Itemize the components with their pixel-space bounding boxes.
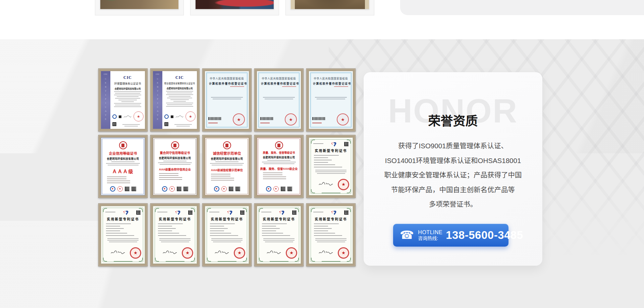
text-line — [166, 94, 194, 95]
field-lines — [313, 155, 348, 167]
text-line — [117, 96, 139, 97]
text-line — [106, 163, 140, 164]
text-line — [315, 97, 346, 98]
text-line — [317, 173, 345, 174]
certificate-utility-patent: 实用新型专利证书 ★ — [202, 203, 252, 266]
corner-flourish — [103, 258, 107, 262]
corner-flourish — [295, 258, 299, 262]
text-line — [158, 235, 186, 236]
cnipa-logo-icon — [330, 142, 337, 147]
text-line — [262, 228, 280, 229]
phone-icon: ☎ — [400, 229, 414, 241]
paragraph-lines — [313, 238, 348, 242]
text-line — [107, 181, 130, 181]
cnipa-logo-icon — [174, 210, 181, 215]
case-photo-card-1[interactable] — [95, 0, 184, 15]
text-line — [166, 106, 194, 107]
text-line — [262, 233, 283, 234]
field-lines — [157, 223, 193, 236]
text-line — [263, 176, 286, 177]
corner-flourish — [347, 258, 351, 262]
text-line — [121, 101, 134, 102]
certification-logo-icon: ★ — [214, 186, 219, 192]
text-line — [163, 161, 186, 161]
hotline-labels: HOTLINE 咨询热线: — [418, 229, 442, 241]
text-line — [211, 174, 230, 174]
red-emblem-icon — [119, 141, 127, 149]
qr-code-icon — [136, 210, 141, 215]
honor-page: CIC CERTIFICATE CIC 环境管理体系认证证书 合肥珂玛环保科技有… — [0, 0, 644, 308]
patent-header — [209, 210, 245, 215]
text-line — [107, 176, 126, 177]
certificate-authority: 中华人民共和国国家版权局 — [209, 76, 245, 80]
certificate-cic: CIC CERTIFICATE CIC 职业健康安全管理体系认证证书 合肥珂玛环… — [150, 68, 200, 132]
certificate-number-line — [313, 143, 323, 144]
hotline-button[interactable]: ☎ HOTLINE 咨询热线: 138-5600-3485 — [393, 224, 508, 247]
patent-header — [157, 210, 193, 215]
text-line — [265, 242, 293, 242]
accreditation-logos — [164, 114, 183, 119]
certificate-body: CIC 环境管理体系认证证书 合肥珂玛环保科技有限公司 — [110, 71, 145, 129]
text-line — [211, 180, 234, 181]
award-grade-text: AAA级重合同守信用企业 — [156, 167, 194, 171]
cnas-logo-icon — [112, 114, 117, 119]
text-line — [158, 226, 172, 226]
bottom-logos: ★ ★ — [154, 186, 196, 192]
band-vertical-label: CERTIFICATE — [104, 78, 107, 122]
case-photo-card-3[interactable] — [285, 0, 374, 15]
paragraph-lines — [105, 238, 141, 242]
certificate-software-copyright: 中华人民共和国国家版权局 计算机软件著作权登记证书 ★ — [202, 68, 252, 132]
text-line — [107, 178, 126, 179]
text-line — [314, 223, 339, 224]
certificate-title: 环境管理体系认证证书 — [112, 82, 143, 85]
certificate-paper: 重合同守信用等级证书 合肥珂玛环保科技有限公司 AAA级重合同守信用企业 ★ ★ — [153, 138, 197, 195]
date-lines — [260, 172, 298, 179]
text-line — [212, 165, 243, 165]
text-line — [314, 157, 328, 158]
text-line — [211, 240, 242, 241]
band-brand-label: CIC — [101, 73, 110, 75]
certificate-paper: 实用新型专利证书 ★ — [309, 206, 353, 264]
text-line — [210, 163, 244, 164]
concrete-trench-photo — [290, 0, 369, 9]
certificate-paper: CIC CERTIFICATE CIC 环境管理体系认证证书 合肥珂玛环保科技有… — [101, 71, 145, 129]
cnipa-logo-icon — [122, 210, 129, 215]
award-grade-text: ＡＡＡ级 — [104, 168, 142, 174]
text-line — [317, 242, 345, 242]
text-line — [159, 240, 190, 241]
case-photo-card-2[interactable] — [190, 0, 279, 15]
certification-logo-icon: ★ — [110, 186, 115, 192]
patent-header — [313, 210, 348, 215]
text-line — [158, 228, 176, 229]
address-line — [122, 124, 140, 125]
certificate-number-line — [282, 86, 296, 87]
certificate-software-copyright: 中华人民共和国国家版权局 计算机软件著作权登记证书 ★ — [254, 68, 304, 132]
text-line — [114, 95, 142, 95]
signature-icon — [123, 115, 131, 118]
top-strip — [0, 0, 644, 39]
text-line — [263, 240, 294, 241]
text-line — [161, 242, 189, 242]
paragraph-lines — [313, 170, 348, 174]
certificate-body: CIC 职业健康安全管理体系认证证书 合肥珂玛环保科技有限公司 — [162, 71, 197, 129]
certificate-company: 合肥珂玛环保科技有限公司 — [112, 87, 143, 90]
footer-line — [218, 261, 236, 262]
corner-flourish — [207, 258, 211, 262]
certificate-credit-rating: 诚信经营示范单位 合肥珂玛环保科技有限公司 AAA级诚信经营示范单位 ★ ★ — [202, 135, 252, 198]
desc-line: 多项荣誉证书。 — [364, 197, 542, 212]
certificate-title: 计算机软件著作权登记证书 — [261, 82, 297, 85]
certificate-number-line — [334, 86, 348, 87]
footer-line — [322, 261, 340, 262]
qr-code-icon — [292, 210, 297, 215]
text-line — [314, 160, 332, 160]
text-line — [215, 161, 238, 162]
qr-code-icon — [112, 122, 116, 126]
certificate-number-line — [105, 212, 115, 212]
text-line — [160, 164, 191, 165]
text-line — [213, 99, 241, 99]
certificate-paper: 实用新型专利证书 ★ — [101, 206, 145, 264]
signature-icon — [214, 250, 229, 255]
text-line — [115, 98, 140, 99]
text-line — [114, 91, 142, 92]
red-seal-icon: ★ — [133, 111, 144, 121]
